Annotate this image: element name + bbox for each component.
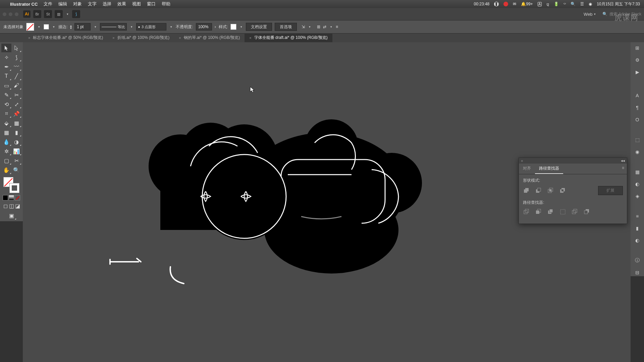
rectangle-tool[interactable]: ▭	[1, 81, 11, 90]
pathfinder-tab[interactable]: 路径查找器	[535, 164, 563, 174]
align-dropdown[interactable]: ▾	[308, 23, 312, 30]
menu-window[interactable]: 窗口	[147, 1, 156, 7]
bridge-icon[interactable]: Br	[33, 10, 41, 18]
selection-tool[interactable]	[1, 44, 11, 52]
controlcenter-icon[interactable]: ☰	[580, 2, 584, 6]
app-name[interactable]: Illustrator CC	[10, 2, 38, 7]
symbol-sprayer-tool[interactable]: ✲	[1, 147, 11, 156]
magic-wand-tool[interactable]: ✧	[1, 53, 11, 62]
bluetooth-icon[interactable]: ⚼	[546, 2, 549, 6]
drawing-mode-inside[interactable]: ◪	[15, 203, 20, 208]
menu-effect[interactable]: 效果	[117, 1, 126, 7]
exclude-icon[interactable]	[559, 187, 567, 194]
close-icon[interactable]: ×	[521, 159, 523, 163]
input-icon[interactable]: A	[538, 2, 542, 6]
wechat-icon[interactable]: ✉	[513, 2, 516, 6]
color-icon[interactable]: ⚙	[634, 56, 641, 64]
width-tool[interactable]: ⌗	[1, 109, 11, 118]
character-icon[interactable]: A	[634, 92, 641, 99]
close-icon[interactable]: ×	[112, 36, 114, 40]
stock-icon[interactable]: St	[44, 10, 52, 18]
stroke-panel-icon[interactable]: ≡	[634, 213, 641, 220]
opentype-icon[interactable]: O	[634, 116, 641, 123]
gradient-panel-icon[interactable]: ▮	[634, 225, 641, 232]
artboard-tool[interactable]: ▢	[1, 156, 11, 165]
collapse-icon[interactable]: ◂◂	[621, 159, 625, 163]
appearance-icon[interactable]: ◉	[634, 148, 641, 156]
type-tool[interactable]: T	[1, 72, 11, 80]
swatches-icon[interactable]: ▦	[634, 168, 641, 176]
notification-icon[interactable]: 🔔99+	[521, 2, 533, 6]
divide-icon[interactable]	[523, 208, 530, 216]
symbols-icon[interactable]: ◈	[634, 192, 641, 200]
close-icon[interactable]: ×	[249, 36, 251, 40]
pen-tool[interactable]: ✒	[1, 62, 11, 71]
shaper-tool[interactable]: ✎	[1, 90, 11, 99]
drawing-mode-behind[interactable]: ◫	[9, 203, 14, 208]
rotate-tool[interactable]: ⟲	[1, 100, 11, 109]
wifi-icon[interactable]: ⌔	[564, 2, 566, 6]
opacity-arrow[interactable]: ›	[215, 24, 216, 29]
fill-stroke-indicator[interactable]	[3, 177, 19, 193]
transform-panel-icon[interactable]: ⬚	[634, 136, 641, 143]
document-setup-button[interactable]: 文档设置	[246, 23, 272, 31]
workspace-switcher[interactable]: Web▾	[584, 12, 596, 17]
graphic-style-swatch[interactable]	[230, 24, 236, 30]
minus-back-icon[interactable]	[583, 208, 591, 216]
transform-dropdown[interactable]: ▾	[329, 23, 333, 30]
scale-tool[interactable]: ⤢	[11, 100, 21, 109]
info-icon[interactable]: ⓘ	[634, 257, 641, 264]
menu-select[interactable]: 选择	[103, 1, 111, 7]
clock[interactable]: 10月15日 周五 下午7:33	[597, 1, 640, 7]
merge-icon[interactable]	[547, 208, 554, 216]
menu-type[interactable]: 文字	[88, 1, 97, 7]
arrange-icon[interactable]: ▥	[55, 10, 63, 18]
intersect-icon[interactable]	[547, 187, 554, 194]
stroke-weight-input[interactable]: 1 pt	[74, 23, 91, 31]
profile-dropdown[interactable]: ▾	[129, 23, 133, 30]
opacity-input[interactable]: 100%	[196, 23, 212, 31]
gradient-mode[interactable]	[9, 195, 14, 200]
pathfinder-panel[interactable]: ×◂◂ 对齐 路径查找器 ≡ 形状模式: 扩展 路径查找器:	[519, 158, 627, 224]
paragraph-icon[interactable]: ¶	[634, 104, 641, 111]
window-traffic-lights[interactable]	[3, 12, 18, 16]
xy-icon[interactable]: ⊞	[317, 24, 320, 29]
gradient-tool[interactable]: ▮	[11, 128, 21, 137]
pause-icon[interactable]: ❚❚	[494, 2, 499, 6]
perspective-tool[interactable]: ▦	[11, 119, 21, 127]
menu-edit[interactable]: 编辑	[58, 1, 67, 7]
trim-icon[interactable]	[535, 208, 542, 216]
menu-file[interactable]: 文件	[44, 1, 52, 7]
blend-tool[interactable]: ◑	[11, 137, 21, 146]
close-icon[interactable]: ×	[28, 36, 30, 40]
gpu-icon[interactable]: ⟆	[72, 10, 80, 18]
transparency-icon[interactable]: ◐	[634, 237, 641, 244]
curvature-tool[interactable]: 〰	[11, 62, 21, 71]
record-icon[interactable]	[503, 2, 508, 6]
search-adobe-stock[interactable]: 🔍 搜索 Adobe Stock	[602, 11, 641, 17]
mesh-tool[interactable]: ▦	[1, 128, 11, 137]
menu-view[interactable]: 视图	[132, 1, 141, 7]
color-guide-icon[interactable]: ◐	[634, 180, 641, 188]
style-dropdown[interactable]: ▾	[239, 23, 243, 30]
unite-icon[interactable]	[523, 187, 530, 194]
fill-swatch[interactable]	[26, 23, 34, 31]
brush-dropdown[interactable]: ▾	[169, 23, 173, 30]
menu-object[interactable]: 对象	[73, 1, 82, 7]
lasso-tool[interactable]: ⟆	[11, 53, 21, 62]
document-tab[interactable]: ×字体全能番 draft.ai* @ 100% (RGB/预览)	[245, 33, 332, 42]
color-mode[interactable]	[3, 195, 8, 200]
minus-front-icon[interactable]	[535, 187, 542, 194]
siri-icon[interactable]: ◉	[589, 2, 592, 6]
properties-icon[interactable]: ⊞	[634, 44, 641, 52]
hand-tool[interactable]: ✋	[1, 166, 11, 174]
document-tab[interactable]: ×折纸.ai* @ 100% (RGB/预览)	[108, 33, 174, 42]
none-mode[interactable]	[15, 195, 20, 200]
spotlight-icon[interactable]: 🔍	[571, 2, 576, 6]
shape-builder-tool[interactable]: ⬙	[1, 119, 11, 127]
free-transform-tool[interactable]: 📌	[11, 109, 21, 118]
preferences-button[interactable]: 首选项	[275, 23, 297, 31]
transform-icon[interactable]: ⇄	[323, 24, 326, 29]
slice-tool[interactable]: ✂	[11, 156, 21, 165]
battery-icon[interactable]: 🔋	[554, 2, 559, 6]
